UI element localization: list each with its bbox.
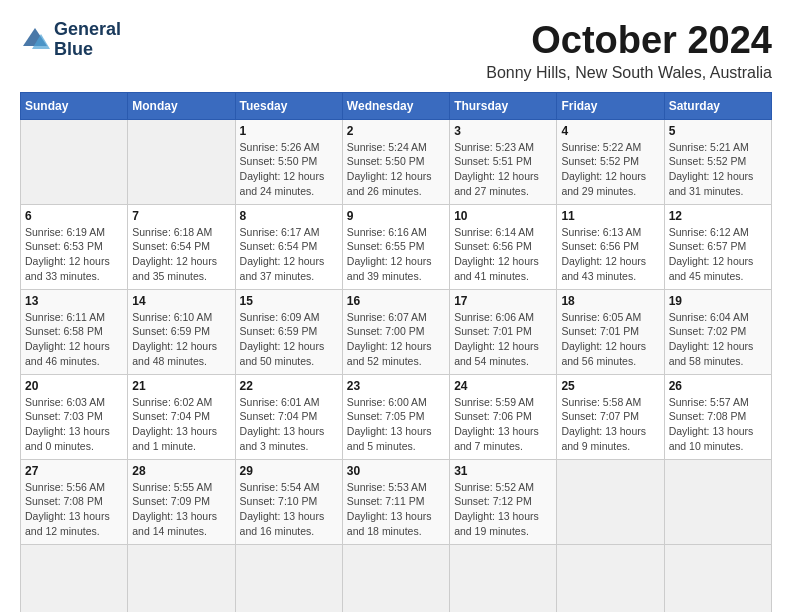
day-number: 24 — [454, 379, 552, 393]
calendar-cell: 2Sunrise: 5:24 AMSunset: 5:50 PMDaylight… — [342, 119, 449, 204]
day-info: Sunrise: 6:10 AMSunset: 6:59 PMDaylight:… — [132, 310, 230, 369]
day-info: Sunrise: 5:52 AMSunset: 7:12 PMDaylight:… — [454, 480, 552, 539]
calendar-cell: 30Sunrise: 5:53 AMSunset: 7:11 PMDayligh… — [342, 459, 449, 544]
day-number: 16 — [347, 294, 445, 308]
day-number: 17 — [454, 294, 552, 308]
day-number: 6 — [25, 209, 123, 223]
day-info: Sunrise: 6:06 AMSunset: 7:01 PMDaylight:… — [454, 310, 552, 369]
day-info: Sunrise: 6:02 AMSunset: 7:04 PMDaylight:… — [132, 395, 230, 454]
calendar-cell: 13Sunrise: 6:11 AMSunset: 6:58 PMDayligh… — [21, 289, 128, 374]
calendar-cell — [342, 544, 449, 612]
calendar-cell — [450, 544, 557, 612]
day-number: 20 — [25, 379, 123, 393]
calendar-cell: 17Sunrise: 6:06 AMSunset: 7:01 PMDayligh… — [450, 289, 557, 374]
calendar-cell — [235, 544, 342, 612]
calendar-cell — [21, 544, 128, 612]
day-number: 5 — [669, 124, 767, 138]
calendar-cell: 9Sunrise: 6:16 AMSunset: 6:55 PMDaylight… — [342, 204, 449, 289]
calendar-cell: 6Sunrise: 6:19 AMSunset: 6:53 PMDaylight… — [21, 204, 128, 289]
calendar-cell — [128, 119, 235, 204]
day-number: 13 — [25, 294, 123, 308]
day-number: 28 — [132, 464, 230, 478]
day-number: 21 — [132, 379, 230, 393]
day-info: Sunrise: 6:01 AMSunset: 7:04 PMDaylight:… — [240, 395, 338, 454]
day-info: Sunrise: 6:09 AMSunset: 6:59 PMDaylight:… — [240, 310, 338, 369]
day-number: 23 — [347, 379, 445, 393]
day-info: Sunrise: 6:17 AMSunset: 6:54 PMDaylight:… — [240, 225, 338, 284]
header: General Blue October 2024 Bonny Hills, N… — [20, 20, 772, 82]
calendar-cell: 28Sunrise: 5:55 AMSunset: 7:09 PMDayligh… — [128, 459, 235, 544]
day-info: Sunrise: 6:13 AMSunset: 6:56 PMDaylight:… — [561, 225, 659, 284]
day-number: 31 — [454, 464, 552, 478]
day-info: Sunrise: 5:56 AMSunset: 7:08 PMDaylight:… — [25, 480, 123, 539]
calendar-cell: 27Sunrise: 5:56 AMSunset: 7:08 PMDayligh… — [21, 459, 128, 544]
day-number: 25 — [561, 379, 659, 393]
calendar-cell: 8Sunrise: 6:17 AMSunset: 6:54 PMDaylight… — [235, 204, 342, 289]
calendar-cell: 20Sunrise: 6:03 AMSunset: 7:03 PMDayligh… — [21, 374, 128, 459]
day-number: 7 — [132, 209, 230, 223]
calendar-cell — [557, 544, 664, 612]
day-number: 1 — [240, 124, 338, 138]
calendar-cell: 31Sunrise: 5:52 AMSunset: 7:12 PMDayligh… — [450, 459, 557, 544]
day-info: Sunrise: 5:53 AMSunset: 7:11 PMDaylight:… — [347, 480, 445, 539]
calendar-cell: 10Sunrise: 6:14 AMSunset: 6:56 PMDayligh… — [450, 204, 557, 289]
calendar-cell: 12Sunrise: 6:12 AMSunset: 6:57 PMDayligh… — [664, 204, 771, 289]
calendar-title: October 2024 — [486, 20, 772, 62]
calendar-cell: 26Sunrise: 5:57 AMSunset: 7:08 PMDayligh… — [664, 374, 771, 459]
calendar-row-1: 6Sunrise: 6:19 AMSunset: 6:53 PMDaylight… — [21, 204, 772, 289]
calendar-cell: 16Sunrise: 6:07 AMSunset: 7:00 PMDayligh… — [342, 289, 449, 374]
day-number: 29 — [240, 464, 338, 478]
calendar-row-5 — [21, 544, 772, 612]
day-number: 22 — [240, 379, 338, 393]
day-number: 10 — [454, 209, 552, 223]
calendar-cell: 4Sunrise: 5:22 AMSunset: 5:52 PMDaylight… — [557, 119, 664, 204]
calendar-table: Sunday Monday Tuesday Wednesday Thursday… — [20, 92, 772, 612]
calendar-cell: 18Sunrise: 6:05 AMSunset: 7:01 PMDayligh… — [557, 289, 664, 374]
calendar-subtitle: Bonny Hills, New South Wales, Australia — [486, 64, 772, 82]
calendar-cell: 15Sunrise: 6:09 AMSunset: 6:59 PMDayligh… — [235, 289, 342, 374]
calendar-cell — [557, 459, 664, 544]
day-info: Sunrise: 6:04 AMSunset: 7:02 PMDaylight:… — [669, 310, 767, 369]
calendar-cell: 3Sunrise: 5:23 AMSunset: 5:51 PMDaylight… — [450, 119, 557, 204]
day-number: 9 — [347, 209, 445, 223]
header-monday: Monday — [128, 92, 235, 119]
day-number: 15 — [240, 294, 338, 308]
day-number: 14 — [132, 294, 230, 308]
header-wednesday: Wednesday — [342, 92, 449, 119]
header-tuesday: Tuesday — [235, 92, 342, 119]
day-number: 2 — [347, 124, 445, 138]
day-info: Sunrise: 6:11 AMSunset: 6:58 PMDaylight:… — [25, 310, 123, 369]
calendar-row-4: 27Sunrise: 5:56 AMSunset: 7:08 PMDayligh… — [21, 459, 772, 544]
header-sunday: Sunday — [21, 92, 128, 119]
day-info: Sunrise: 6:00 AMSunset: 7:05 PMDaylight:… — [347, 395, 445, 454]
calendar-cell: 5Sunrise: 5:21 AMSunset: 5:52 PMDaylight… — [664, 119, 771, 204]
calendar-cell: 21Sunrise: 6:02 AMSunset: 7:04 PMDayligh… — [128, 374, 235, 459]
calendar-row-0: 1Sunrise: 5:26 AMSunset: 5:50 PMDaylight… — [21, 119, 772, 204]
logo-text: General Blue — [54, 20, 121, 60]
day-number: 18 — [561, 294, 659, 308]
header-friday: Friday — [557, 92, 664, 119]
day-number: 11 — [561, 209, 659, 223]
day-info: Sunrise: 6:12 AMSunset: 6:57 PMDaylight:… — [669, 225, 767, 284]
calendar-cell: 25Sunrise: 5:58 AMSunset: 7:07 PMDayligh… — [557, 374, 664, 459]
calendar-cell: 7Sunrise: 6:18 AMSunset: 6:54 PMDaylight… — [128, 204, 235, 289]
day-info: Sunrise: 5:55 AMSunset: 7:09 PMDaylight:… — [132, 480, 230, 539]
calendar-cell: 24Sunrise: 5:59 AMSunset: 7:06 PMDayligh… — [450, 374, 557, 459]
day-info: Sunrise: 5:59 AMSunset: 7:06 PMDaylight:… — [454, 395, 552, 454]
logo: General Blue — [20, 20, 121, 60]
calendar-cell: 29Sunrise: 5:54 AMSunset: 7:10 PMDayligh… — [235, 459, 342, 544]
day-info: Sunrise: 5:54 AMSunset: 7:10 PMDaylight:… — [240, 480, 338, 539]
day-number: 4 — [561, 124, 659, 138]
day-number: 26 — [669, 379, 767, 393]
day-number: 3 — [454, 124, 552, 138]
day-info: Sunrise: 6:07 AMSunset: 7:00 PMDaylight:… — [347, 310, 445, 369]
day-info: Sunrise: 5:22 AMSunset: 5:52 PMDaylight:… — [561, 140, 659, 199]
day-info: Sunrise: 5:24 AMSunset: 5:50 PMDaylight:… — [347, 140, 445, 199]
header-thursday: Thursday — [450, 92, 557, 119]
calendar-row-3: 20Sunrise: 6:03 AMSunset: 7:03 PMDayligh… — [21, 374, 772, 459]
calendar-cell — [128, 544, 235, 612]
logo-line2: Blue — [54, 40, 121, 60]
header-saturday: Saturday — [664, 92, 771, 119]
day-info: Sunrise: 5:26 AMSunset: 5:50 PMDaylight:… — [240, 140, 338, 199]
calendar-cell: 1Sunrise: 5:26 AMSunset: 5:50 PMDaylight… — [235, 119, 342, 204]
